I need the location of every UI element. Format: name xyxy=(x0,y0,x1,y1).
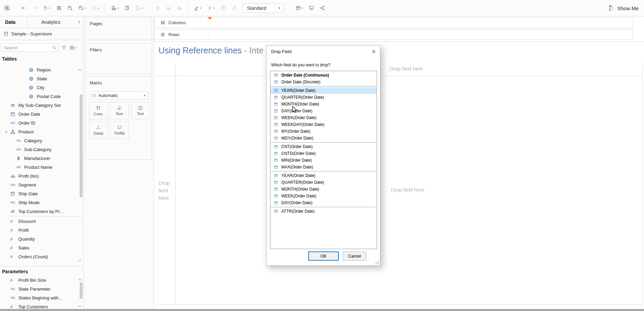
dropdown-caret-icon[interactable]: ▾ xyxy=(213,6,215,10)
field-order-date[interactable]: Order Date xyxy=(0,110,83,118)
close-icon[interactable] xyxy=(369,47,378,55)
field-top-customers-by-pr[interactable]: Top Customers by Pr... xyxy=(0,207,83,216)
filter-fields-icon[interactable] xyxy=(61,45,66,50)
tab-data[interactable]: Data xyxy=(0,16,27,28)
fix-axes-button[interactable] xyxy=(232,5,237,11)
dialog-option-max-order-date[interactable]: MAX(Order Date) xyxy=(270,164,377,170)
field-sales[interactable]: #Sales xyxy=(0,243,83,252)
dialog-option-quarter-order-date[interactable]: QUARTER(Order Date) xyxy=(270,94,377,101)
dropdown-caret-icon[interactable]: ▾ xyxy=(302,6,303,10)
dialog-option-month-order-date[interactable]: MONTH(Order Date) xyxy=(270,186,377,193)
scroll-down-icon[interactable] xyxy=(77,258,82,263)
tooltip-button[interactable]: Tooltip xyxy=(110,121,129,139)
chevron-down-icon[interactable]: ▾ xyxy=(141,92,148,99)
field-product-name[interactable]: AbcProduct Name xyxy=(0,163,83,171)
size-button[interactable]: Size xyxy=(110,102,129,119)
sort-descending-button[interactable] xyxy=(177,5,182,11)
pane-drop-zone[interactable]: Drop field here xyxy=(391,187,424,193)
field-order-id[interactable]: AbcOrder ID xyxy=(0,118,83,127)
field-region[interactable]: Region xyxy=(0,65,83,74)
pause-updates-button[interactable]: ▾ xyxy=(78,5,86,11)
field-profit-bin[interactable]: Profit (bin) xyxy=(0,171,83,180)
field-profit-bin-size[interactable]: #Profit Bin Size xyxy=(0,276,83,284)
field-segment[interactable]: AbcSegment xyxy=(0,180,83,189)
field-product[interactable]: Product xyxy=(0,127,83,136)
show-mark-labels-button[interactable] xyxy=(221,5,226,11)
dialog-option-day-order-date[interactable]: DAY(Order Date) xyxy=(270,199,377,206)
dropdown-caret-icon[interactable]: ▾ xyxy=(98,6,99,10)
chevron-down-icon[interactable]: ▾ xyxy=(275,4,283,13)
datasource-item[interactable]: Sample - Superstore xyxy=(0,28,83,40)
duplicate-sheet-button[interactable] xyxy=(125,5,130,11)
fields-scrollbar-thumb[interactable] xyxy=(80,95,83,197)
color-button[interactable]: Color xyxy=(89,102,108,119)
new-worksheet-button[interactable]: ▾ xyxy=(111,5,119,11)
presentation-mode-button[interactable] xyxy=(309,5,314,11)
collapse-pane-button[interactable] xyxy=(75,16,83,28)
dialog-option-min-order-date[interactable]: MIN(Order Date) xyxy=(270,157,377,164)
resize-grip[interactable] xyxy=(375,261,379,264)
parameters-scrollbar-thumb[interactable] xyxy=(80,282,83,299)
field-ship-mode[interactable]: AbcShip Mode xyxy=(0,198,83,207)
replay-button[interactable]: ▾ xyxy=(43,5,51,11)
parameters-scroll-up-icon[interactable] xyxy=(77,277,82,282)
dialog-option-weekday-order-date[interactable]: WEEKDAY(Order Date) xyxy=(270,121,377,128)
search-input[interactable] xyxy=(1,44,58,52)
dialog-option-week-order-date[interactable]: WEEK(Order Date) xyxy=(270,193,377,199)
field-city[interactable]: City xyxy=(0,83,83,92)
clear-sheet-button[interactable]: ▾ xyxy=(135,5,143,11)
dialog-option-week-order-date[interactable]: WEEK(Order Date) xyxy=(270,114,377,121)
field-ship-date[interactable]: Ship Date xyxy=(0,189,83,198)
show-me-button[interactable]: Show Me xyxy=(609,0,639,16)
field-sub-category[interactable]: AbcSub-Category xyxy=(0,145,83,154)
ok-button[interactable]: OK xyxy=(308,251,339,261)
field-state-parameter[interactable]: AbcState Parameter xyxy=(0,284,83,293)
field-states-begining-with[interactable]: AbcStates Begining with... xyxy=(0,293,83,302)
show-hide-cards-button[interactable]: ▾ xyxy=(296,5,303,11)
field-orders-count[interactable]: #Orders (Count) xyxy=(0,252,83,261)
highlight-button[interactable]: ▾ xyxy=(194,5,202,11)
save-button[interactable] xyxy=(56,5,62,11)
pages-shelf[interactable]: Pages xyxy=(85,17,152,40)
dialog-option-cnt-order-date[interactable]: CNT(Order Date) xyxy=(270,143,377,150)
dialog-option-attr-order-date[interactable]: ATTR(Order Date) xyxy=(270,208,377,215)
dialog-option-cntd-order-date[interactable]: CNTD(Order Date) xyxy=(270,150,377,157)
parameters-scroll-down-icon[interactable] xyxy=(77,304,82,309)
dialog-option-month-order-date[interactable]: MONTH(Order Date) xyxy=(270,101,377,108)
dialog-option-quarter-order-date[interactable]: QUARTER(Order Date) xyxy=(270,179,377,186)
dialog-option-year-order-date[interactable]: YEAR(Order Date) xyxy=(270,87,377,94)
rows-drop-zone[interactable]: Drop field here xyxy=(159,179,170,202)
columns-drop-zone[interactable]: Drop field here xyxy=(390,66,423,71)
dropdown-caret-icon[interactable]: ▾ xyxy=(84,6,86,10)
text-button[interactable]: Text xyxy=(131,102,149,119)
dialog-option-order-date-continuous[interactable]: Order Date (Continuous) xyxy=(270,72,377,79)
field-postal-code[interactable]: Postal Code xyxy=(0,92,83,101)
field-profit[interactable]: #Profit xyxy=(0,226,83,234)
fit-selector[interactable]: Standard ▾ xyxy=(243,3,284,13)
sort-ascending-button[interactable] xyxy=(166,5,171,11)
filters-shelf[interactable]: Filters xyxy=(85,43,152,74)
dialog-option-my-order-date[interactable]: MY(Order Date) xyxy=(270,128,377,135)
columns-shelf[interactable]: Columns xyxy=(154,17,633,28)
group-members-button[interactable]: ▾ xyxy=(207,5,215,11)
run-updates-button[interactable]: ▾ xyxy=(92,5,99,11)
field-quantity[interactable]: #Quantity xyxy=(0,234,83,243)
field-manufacturer[interactable]: Manufacturer xyxy=(0,154,83,163)
dropdown-caret-icon[interactable]: ▾ xyxy=(142,6,143,10)
mark-type-dropdown[interactable]: Automatic ▾ xyxy=(90,92,149,99)
dialog-option-order-date-discrete[interactable]: Order Date (Discrete) xyxy=(270,79,377,85)
detail-button[interactable]: Detail xyxy=(89,121,108,139)
tab-analytics[interactable]: Analytics xyxy=(27,16,75,28)
field-my-sub-category-set[interactable]: My Sub-Category Set xyxy=(0,101,83,110)
scroll-up-icon[interactable] xyxy=(77,67,82,72)
dropdown-caret-icon[interactable]: ▾ xyxy=(117,6,119,10)
dialog-titlebar[interactable]: Drop Field xyxy=(266,46,380,57)
dialog-option-year-order-date[interactable]: YEAR(Order Date) xyxy=(270,172,377,179)
field-state[interactable]: State xyxy=(0,74,83,83)
chevron-down-icon[interactable]: ▾ xyxy=(75,46,77,49)
swap-rows-columns-button[interactable] xyxy=(155,5,160,11)
dropdown-caret-icon[interactable]: ▾ xyxy=(200,6,202,10)
share-button[interactable] xyxy=(320,5,325,11)
dialog-option-mdy-order-date[interactable]: MDY(Order Date) xyxy=(270,135,377,142)
redo-button[interactable] xyxy=(32,5,37,11)
